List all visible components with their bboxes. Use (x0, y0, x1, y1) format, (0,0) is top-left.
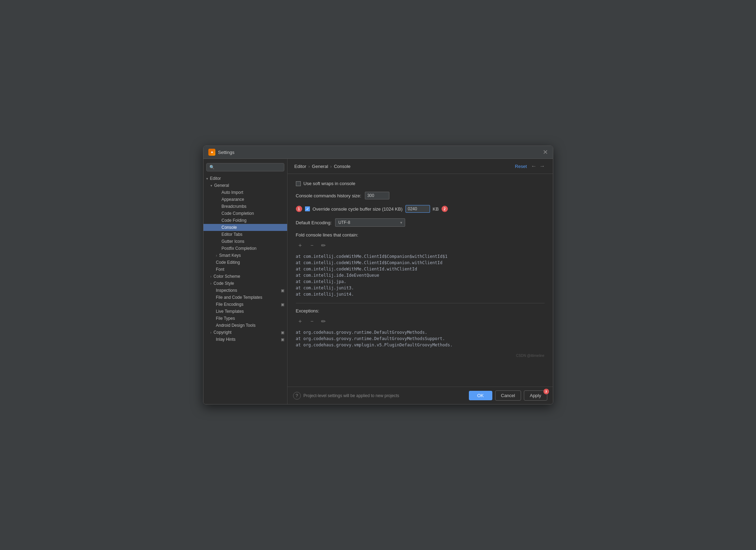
sidebar-item-label: Code Style (214, 281, 234, 286)
chevron-icon: › (210, 275, 211, 278)
footer: ? Project-level settings will be applied… (287, 387, 553, 404)
override-row: 1 Override console cycle buffer size (10… (296, 205, 545, 213)
apply-badge: 3 (543, 389, 549, 394)
sidebar-item-editor[interactable]: ▾Editor (203, 175, 287, 182)
history-row: Console commands history size: (296, 192, 545, 199)
sidebar-item-font[interactable]: Font (203, 266, 287, 273)
ok-button[interactable]: OK (469, 391, 492, 400)
tree-container: ▾Editor▾GeneralAuto ImportAppearanceBrea… (203, 175, 287, 343)
soft-wraps-label: Use soft wraps in console (304, 181, 355, 186)
exceptions-section-label: Exceptions: (296, 308, 545, 313)
encoding-select[interactable]: UTF-8 UTF-16 ISO-8859-1 ASCII (335, 218, 405, 227)
sidebar-item-label: Live Templates (216, 309, 244, 314)
fold-list: at com.intellij.codeWithMe.ClientId$Comp… (296, 253, 545, 297)
fold-add-button[interactable]: ＋ (296, 241, 304, 250)
sidebar-item-code-editing[interactable]: Code Editing (203, 259, 287, 266)
list-item: at com.intellij.codeWithMe.ClientId$Comp… (296, 260, 545, 266)
sidebar-item-live-templates[interactable]: Live Templates (203, 308, 287, 315)
sidebar-item-android-design-tools[interactable]: Android Design Tools (203, 322, 287, 329)
sidebar-item-label: Color Scheme (214, 274, 240, 279)
override-label: Override console cycle buffer size (1024… (313, 206, 403, 212)
soft-wraps-row: Use soft wraps in console (296, 181, 545, 186)
sidebar-item-code-style[interactable]: ›Code Style (203, 280, 287, 287)
sidebar-item-label: Breadcrumbs (222, 204, 247, 209)
sidebar-item-label: Copyright (214, 330, 231, 335)
sidebar-item-color-scheme[interactable]: ›Color Scheme (203, 273, 287, 280)
encoding-row: Default Encoding: UTF-8 UTF-16 ISO-8859-… (296, 218, 545, 227)
list-item: at com.intellij.jpa. (296, 278, 545, 285)
reset-button[interactable]: Reset (515, 164, 527, 169)
sidebar-item-code-completion[interactable]: Code Completion (203, 210, 287, 217)
sidebar-item-file-types[interactable]: File Types (203, 315, 287, 322)
sidebar-item-label: Auto Import (222, 190, 243, 195)
search-box[interactable]: 🔍 (206, 163, 284, 171)
exceptions-toolbar: ＋ － ✏ (296, 317, 545, 326)
chevron-icon: ▾ (210, 184, 212, 188)
sidebar-item-label: File Encodings (216, 302, 244, 307)
chevron-icon: › (216, 254, 217, 258)
nav-forward-button[interactable]: → (539, 162, 546, 170)
apply-label: Apply (530, 393, 541, 398)
exception-list: at org.codehaus.groovy.runtime.DefaultGr… (296, 329, 545, 348)
apply-button[interactable]: Apply 3 (524, 390, 547, 401)
list-item: at com.intellij.junit4. (296, 291, 545, 297)
sidebar-item-file-encodings[interactable]: File Encodings▣ (203, 301, 287, 308)
content-area: 🔍 ▾Editor▾GeneralAuto ImportAppearanceBr… (203, 159, 553, 404)
cancel-button[interactable]: Cancel (495, 390, 521, 401)
sidebar-item-editor-tabs[interactable]: Editor Tabs (203, 231, 287, 238)
watermark: CSDN @ittimeline (296, 354, 545, 358)
breadcrumb-console: Console (334, 164, 351, 169)
list-item: at com.intellij.junit3. (296, 285, 545, 291)
history-label: Console commands history size: (296, 193, 361, 198)
list-item: at org.codehaus.groovy.runtime.DefaultGr… (296, 336, 545, 342)
sidebar-item-auto-import[interactable]: Auto Import (203, 189, 287, 196)
list-item: at org.codehaus.groovy.runtime.DefaultGr… (296, 329, 545, 336)
breadcrumb: Editor › General › Console (294, 164, 351, 169)
override-value-input[interactable] (405, 205, 430, 213)
fold-remove-button[interactable]: － (308, 241, 316, 250)
sidebar-item-copyright[interactable]: ›Copyright▣ (203, 329, 287, 336)
exceptions-add-button[interactable]: ＋ (296, 317, 304, 326)
title-bar-left: ✦ Settings (208, 149, 235, 156)
sidebar-item-inlay-hints[interactable]: Inlay Hints▣ (203, 336, 287, 343)
sidebar-item-breadcrumbs[interactable]: Breadcrumbs (203, 203, 287, 210)
soft-wraps-checkbox[interactable] (296, 181, 301, 186)
list-item: at com.intellij.codeWithMe.ClientId.with… (296, 266, 545, 272)
list-item: at com.intellij.ide.IdeEventQueue (296, 272, 545, 278)
sidebar-item-gutter-icons[interactable]: Gutter Icons (203, 238, 287, 245)
close-button[interactable]: ✕ (543, 149, 548, 155)
sidebar-item-general[interactable]: ▾General (203, 182, 287, 189)
sidebar-item-code-folding[interactable]: Code Folding (203, 217, 287, 224)
sidebar-item-inspections[interactable]: Inspections▣ (203, 287, 287, 294)
window-title: Settings (218, 150, 235, 155)
sidebar-item-label: General (214, 183, 229, 188)
sidebar-item-label: Gutter Icons (222, 239, 244, 244)
exceptions-remove-button[interactable]: － (308, 317, 316, 326)
fold-edit-button[interactable]: ✏ (320, 241, 327, 249)
divider-1 (296, 303, 545, 303)
sidebar-item-appearance[interactable]: Appearance (203, 196, 287, 203)
nav-buttons: ← → (530, 162, 546, 170)
sidebar-item-smart-keys[interactable]: ›Smart Keys (203, 252, 287, 259)
sidebar-item-label: Appearance (222, 197, 244, 202)
exceptions-edit-button[interactable]: ✏ (320, 317, 327, 325)
sidebar-item-file-and-code-templates[interactable]: File and Code Templates (203, 294, 287, 301)
list-item: at com.intellij.codeWithMe.ClientId$Comp… (296, 253, 545, 260)
title-bar: ✦ Settings ✕ (203, 146, 553, 159)
sidebar-item-label: Console (222, 225, 237, 230)
sidebar-item-label: Postfix Completion (222, 246, 257, 251)
sidebar-item-postfix-completion[interactable]: Postfix Completion (203, 245, 287, 252)
history-input[interactable] (365, 192, 389, 199)
search-input[interactable] (217, 165, 281, 170)
sidebar-item-label: Editor Tabs (222, 232, 243, 237)
breadcrumb-sep-2: › (330, 164, 332, 169)
sidebar: 🔍 ▾Editor▾GeneralAuto ImportAppearanceBr… (203, 159, 287, 404)
nav-back-button[interactable]: ← (530, 162, 537, 170)
main-panel: Editor › General › Console Reset ← → (287, 159, 553, 404)
help-button[interactable]: ? (293, 392, 301, 400)
sidebar-item-label: Inspections (216, 288, 237, 293)
sidebar-item-console[interactable]: Console (203, 224, 287, 231)
override-checkbox[interactable] (305, 206, 310, 211)
sidebar-item-label: Code Completion (222, 211, 254, 216)
breadcrumb-sep-1: › (308, 164, 310, 169)
